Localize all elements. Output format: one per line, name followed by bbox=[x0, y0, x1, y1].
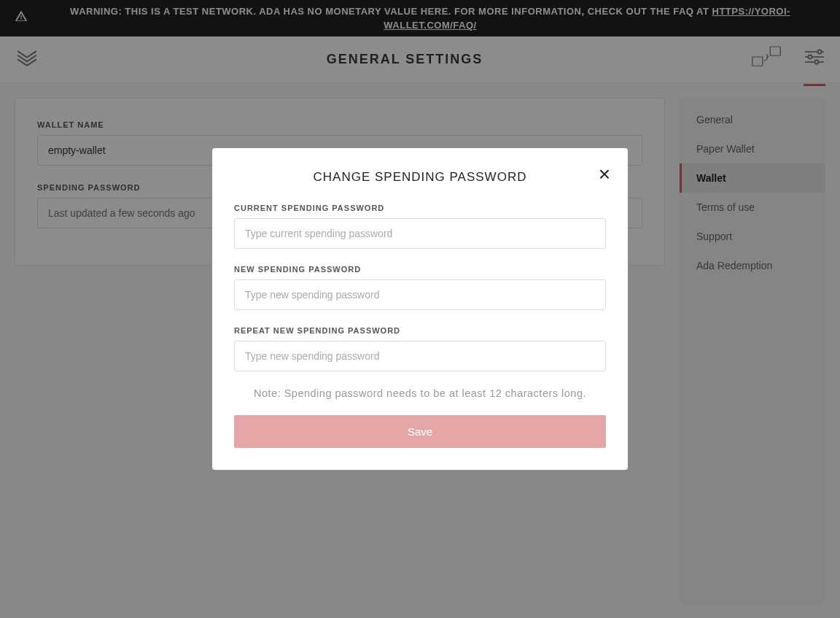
change-spending-password-modal: CHANGE SPENDING PASSWORD × CURRENT SPEND… bbox=[212, 148, 628, 470]
repeat-password-input[interactable] bbox=[234, 341, 606, 371]
new-password-input[interactable] bbox=[234, 279, 606, 310]
modal-title: CHANGE SPENDING PASSWORD bbox=[234, 170, 606, 185]
current-password-label: CURRENT SPENDING PASSWORD bbox=[234, 204, 606, 212]
new-password-group: NEW SPENDING PASSWORD bbox=[234, 265, 606, 310]
password-note: Note: Spending password needs to be at l… bbox=[234, 387, 606, 399]
save-button[interactable]: Save bbox=[234, 415, 606, 448]
repeat-password-group: REPEAT NEW SPENDING PASSWORD bbox=[234, 326, 606, 371]
repeat-password-label: REPEAT NEW SPENDING PASSWORD bbox=[234, 326, 606, 335]
current-password-input[interactable] bbox=[234, 218, 606, 249]
new-password-label: NEW SPENDING PASSWORD bbox=[234, 265, 606, 274]
modal-overlay[interactable]: CHANGE SPENDING PASSWORD × CURRENT SPEND… bbox=[0, 0, 840, 618]
close-icon[interactable]: × bbox=[599, 164, 610, 185]
current-password-group: CURRENT SPENDING PASSWORD bbox=[234, 204, 606, 249]
